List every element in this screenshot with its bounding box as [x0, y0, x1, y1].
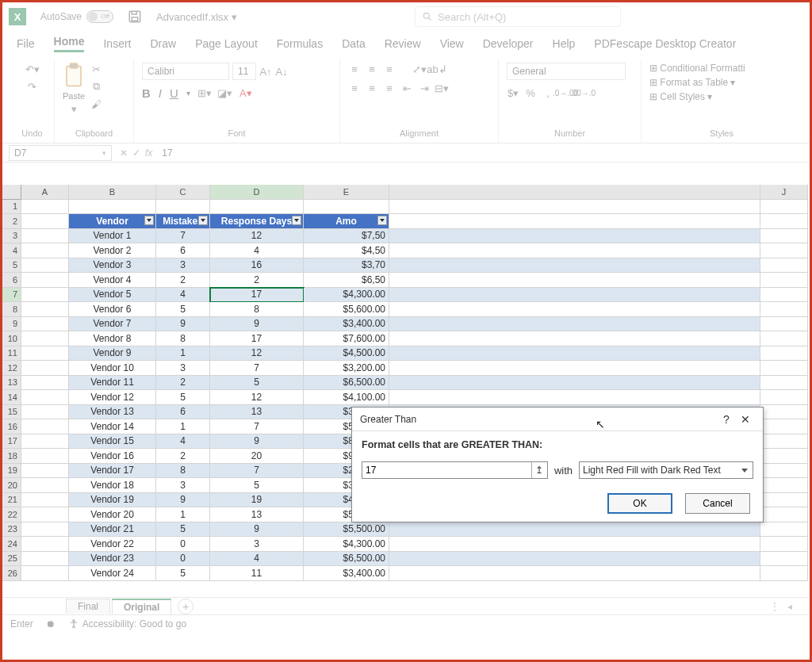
- copy-icon[interactable]: ⧉: [90, 80, 102, 93]
- column-header[interactable]: D: [210, 185, 304, 200]
- cell-mistakes[interactable]: 5: [156, 566, 210, 581]
- enter-formula-icon[interactable]: ✓: [132, 147, 140, 159]
- merge-icon[interactable]: ⊟▾: [435, 82, 448, 94]
- align-top-icon[interactable]: ≡: [348, 63, 361, 75]
- cell[interactable]: [389, 229, 760, 244]
- cell[interactable]: [760, 419, 808, 434]
- cell-amount[interactable]: [304, 200, 389, 215]
- cell[interactable]: [21, 243, 69, 258]
- cell[interactable]: [21, 288, 69, 303]
- column-header[interactable]: E: [304, 185, 389, 200]
- formula-input[interactable]: 17: [157, 147, 172, 159]
- cell[interactable]: [389, 566, 760, 581]
- cell-mistakes[interactable]: 4: [156, 288, 210, 303]
- cell[interactable]: [389, 522, 760, 538]
- table-header-mistakes[interactable]: Mistakes: [156, 214, 210, 229]
- font-name-select[interactable]: Calibri: [142, 63, 229, 80]
- row-header[interactable]: 5: [2, 258, 21, 274]
- cell-vendor[interactable]: Vendor 7: [69, 317, 156, 332]
- cell[interactable]: [760, 361, 808, 376]
- filter-icon[interactable]: [377, 216, 387, 225]
- cell-amount[interactable]: $4,500.00: [304, 346, 389, 362]
- autosave-toggle[interactable]: Off: [86, 10, 113, 23]
- macro-record-icon[interactable]: ⏺: [46, 618, 56, 629]
- cell-response-days[interactable]: 7: [210, 464, 304, 479]
- cell-response-days[interactable]: 20: [210, 449, 304, 464]
- cell-amount[interactable]: $3,400.00: [304, 566, 389, 581]
- column-header[interactable]: B: [69, 185, 156, 200]
- cell-vendor[interactable]: Vendor 18: [69, 478, 156, 493]
- cell-response-days[interactable]: 4: [210, 552, 304, 567]
- cell-vendor[interactable]: Vendor 12: [69, 390, 156, 405]
- cell-vendor[interactable]: Vendor 23: [69, 552, 156, 567]
- tab-pdfescape-desktop-creator[interactable]: PDFescape Desktop Creator: [594, 37, 736, 50]
- cell[interactable]: [21, 478, 69, 493]
- row-header[interactable]: 26: [2, 566, 21, 581]
- cell-amount[interactable]: $7,50: [304, 229, 389, 244]
- cell[interactable]: [760, 273, 808, 288]
- decrease-decimal-icon[interactable]: .00→.0: [576, 86, 589, 99]
- cell-mistakes[interactable]: 5: [156, 302, 210, 317]
- cell-vendor[interactable]: Vendor 6: [69, 302, 156, 317]
- increase-indent-icon[interactable]: ⇥: [418, 82, 431, 94]
- align-middle-icon[interactable]: ≡: [366, 63, 378, 75]
- cell-response-days[interactable]: 17: [210, 288, 304, 303]
- cell[interactable]: [389, 258, 760, 274]
- format-as-table-button[interactable]: ⊞ Format as Table ▾: [649, 77, 794, 88]
- cell-vendor[interactable]: Vendor 22: [69, 537, 156, 552]
- tab-draw[interactable]: Draw: [150, 37, 176, 50]
- sheet-tab-final[interactable]: Final: [66, 599, 110, 614]
- row-header[interactable]: 15: [2, 405, 21, 420]
- cell-mistakes[interactable]: 8: [156, 331, 210, 346]
- row-header[interactable]: 21: [2, 493, 21, 508]
- cell[interactable]: [21, 331, 69, 346]
- cell-vendor[interactable]: Vendor 14: [69, 419, 156, 434]
- cell-mistakes[interactable]: 2: [156, 273, 210, 288]
- table-header-vendor[interactable]: Vendor: [69, 214, 156, 229]
- row-header[interactable]: 3: [2, 229, 21, 244]
- column-header[interactable]: [389, 185, 760, 200]
- fx-icon[interactable]: fx: [145, 147, 152, 159]
- cell[interactable]: [21, 537, 69, 552]
- row-header[interactable]: 6: [2, 273, 21, 288]
- row-header[interactable]: 10: [2, 331, 21, 346]
- row-header[interactable]: 22: [2, 507, 21, 522]
- accessibility-status[interactable]: Accessibility: Good to go: [68, 618, 186, 629]
- cell-vendor[interactable]: Vendor 13: [69, 405, 156, 420]
- italic-button[interactable]: I: [159, 86, 162, 100]
- close-icon[interactable]: ✕: [736, 413, 755, 426]
- table-header-response[interactable]: Response Days: [210, 214, 304, 229]
- wrap-text-icon[interactable]: ab↲: [431, 63, 443, 75]
- cell-vendor[interactable]: Vendor 11: [69, 376, 156, 391]
- paste-label[interactable]: Paste: [63, 91, 85, 101]
- cell-vendor[interactable]: Vendor 21: [69, 522, 156, 538]
- cell[interactable]: [21, 390, 69, 405]
- percent-icon[interactable]: %: [524, 86, 537, 99]
- chevron-down-icon[interactable]: ▾: [186, 89, 190, 98]
- cell-mistakes[interactable]: 6: [156, 405, 210, 420]
- cell-mistakes[interactable]: 0: [156, 537, 210, 552]
- cell[interactable]: [21, 214, 69, 229]
- column-header[interactable]: C: [156, 185, 210, 200]
- cancel-button[interactable]: Cancel: [685, 493, 750, 514]
- row-header[interactable]: 8: [2, 302, 21, 317]
- cell-vendor[interactable]: Vendor 5: [69, 288, 156, 303]
- cell[interactable]: [760, 507, 808, 522]
- cell[interactable]: [760, 288, 808, 303]
- row-header[interactable]: 25: [2, 552, 21, 567]
- scroll-right-icon[interactable]: ◂: [787, 601, 792, 612]
- cell-response-days[interactable]: 16: [210, 258, 304, 274]
- cell[interactable]: [760, 464, 808, 479]
- cell[interactable]: [21, 200, 69, 215]
- cell-vendor[interactable]: Vendor 16: [69, 449, 156, 464]
- cell[interactable]: [760, 229, 808, 244]
- font-color-icon[interactable]: A▾: [239, 87, 252, 100]
- row-header[interactable]: 13: [2, 376, 21, 391]
- cell-vendor[interactable]: Vendor 19: [69, 493, 156, 508]
- cell[interactable]: [389, 200, 760, 215]
- cell-mistakes[interactable]: 3: [156, 361, 210, 376]
- row-header[interactable]: 2: [2, 214, 21, 229]
- help-icon[interactable]: ?: [717, 413, 736, 426]
- cell-response-days[interactable]: 13: [210, 507, 304, 522]
- cell-vendor[interactable]: Vendor 4: [69, 273, 156, 288]
